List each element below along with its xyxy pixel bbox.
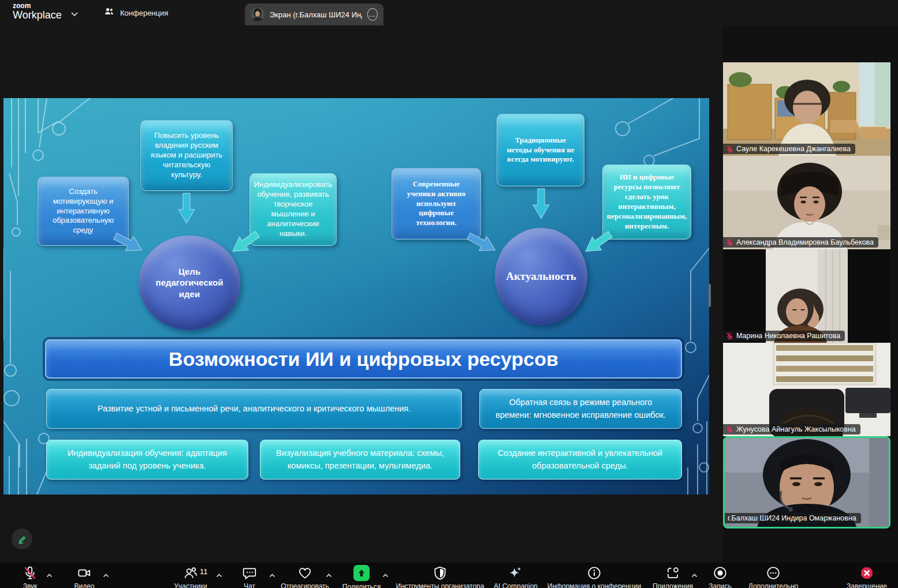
meeting-info-icon <box>587 565 602 580</box>
relevance-box-3-text: ИИ и цифровые ресурсы позволяют сделать … <box>607 173 687 231</box>
relevance-box-2: Традиционные методы обучения не всегда м… <box>497 114 584 186</box>
chat-icon <box>242 565 257 580</box>
video-chevron-icon[interactable] <box>103 571 109 579</box>
arrow-down-icon <box>175 193 198 229</box>
benefit-box: Визуализация учебного материала: схемы, … <box>260 440 460 480</box>
presentation-slide: Создать мотивирующую и интерактивную обр… <box>3 98 709 495</box>
participant-name: Жунусова Айнагуль Жаксылыковна <box>736 425 856 433</box>
tab-avatar <box>251 8 264 21</box>
brand-zoom: zoom <box>13 2 62 10</box>
participant-name: Сауле Карекешевна Джангалиева <box>736 145 851 153</box>
brand-workplace: Workplace <box>13 10 62 21</box>
ai-companion-sparkle-icon <box>508 565 523 580</box>
video-thumbnail <box>723 62 890 156</box>
participant-name: Марина Николаевна Рашитова <box>736 332 840 340</box>
zoom-window: zoom Workplace Конференция <box>0 0 898 588</box>
relevance-box-1: Современные ученики активно используют ц… <box>392 168 481 239</box>
mic-muted-icon <box>726 145 733 153</box>
benefit-box: Обратная связь в режиме реального времен… <box>479 389 682 429</box>
host-tools-label: Инструменты организатора <box>396 582 485 588</box>
participants-count-badge: 11 <box>200 567 208 576</box>
benefit-text: Развитие устной и письменной речи, анали… <box>98 403 411 415</box>
apps-icon <box>665 565 680 580</box>
goal-box-3: Индивидуализировать обучение, развивать … <box>249 173 337 246</box>
tab-conference-label: Конференция <box>120 9 168 17</box>
relevance-circle: Актуальность <box>495 228 587 325</box>
video-tile-4[interactable]: Жунусова Айнагуль Жаксылыковна <box>723 343 890 436</box>
react-label: Отреагировать <box>281 582 329 588</box>
shared-screen-stage: Создать мотивирующую и интерактивную обр… <box>0 25 723 563</box>
goal-circle-text: Цель педагогической идеи <box>152 266 227 300</box>
goal-box-2: Повысить уровень владения русским языком… <box>140 120 233 191</box>
relevance-box-2-text: Традиционные методы обучения не всегда м… <box>504 136 577 165</box>
participant-gallery: Сауле Карекешевна Джангалиева <box>723 62 890 529</box>
benefit-text: Обратная связь в режиме реального времен… <box>490 396 671 421</box>
benefit-box: Развитие устной и письменной речи, анали… <box>46 389 462 429</box>
participants-label: Участники <box>174 582 207 588</box>
react-heart-icon <box>297 565 312 580</box>
host-tools-shield-icon <box>433 565 448 580</box>
annotate-button[interactable] <box>12 529 32 549</box>
meeting-info-label: Информация о конференции <box>547 582 641 588</box>
goal-box-2-text: Повысить уровень владения русским языком… <box>148 131 225 179</box>
benefit-text: Создание интерактивной и увлекательной о… <box>489 447 671 471</box>
meeting-toolbar: Звук Видео Участники 11 <box>0 563 898 588</box>
meeting-info-button[interactable]: Информация о конференции <box>560 565 629 588</box>
benefit-box: Создание интерактивной и увлекательной о… <box>478 440 682 480</box>
video-tile-2[interactable]: Александра Владимировна Баульбекова <box>723 156 890 249</box>
pencil-icon <box>17 534 27 544</box>
participant-name-label: Александра Владимировна Баульбекова <box>723 237 878 248</box>
more-label: Дополнительно <box>748 582 798 588</box>
circuit-pattern-decor <box>3 98 709 495</box>
share-screen-icon <box>353 565 370 581</box>
ai-companion-label: AI Companion <box>494 582 538 588</box>
slide-title-banner: Возможности ИИ и цифровых ресурсов <box>45 339 682 379</box>
tab-conference[interactable]: Конференция <box>95 0 176 25</box>
share-screen-label: Поделиться <box>342 583 381 588</box>
slide-title: Возможности ИИ и цифровых ресурсов <box>169 348 558 370</box>
relevance-circle-text: Актуальность <box>506 269 576 284</box>
goal-box-3-text: Индивидуализировать обучение, развивать … <box>254 180 333 238</box>
people-icon <box>103 6 115 20</box>
participant-name-label: Сауле Карекешевна Джангалиева <box>723 144 855 154</box>
tab-options-ellipsis-icon[interactable]: … <box>367 8 378 21</box>
arrow-down-icon <box>530 188 553 224</box>
leave-meeting-icon <box>859 565 874 580</box>
mic-muted-icon <box>726 239 733 246</box>
video-camera-icon <box>77 565 92 580</box>
workspace-chevron-down-icon[interactable] <box>70 9 79 19</box>
benefit-box: Индивидуализация обучения: адаптация зад… <box>46 440 248 480</box>
zoom-workplace-logo: zoom Workplace <box>13 2 62 20</box>
gallery-scrollbar[interactable] <box>709 284 711 307</box>
tab-screen-share[interactable]: Экран (г.Балхаш ШИ24 Индира ( … <box>245 3 383 25</box>
participant-name-label: г.Балхаш ШИ24 Индира Омаржановна <box>725 513 861 523</box>
leave-meeting-label: Завершение <box>847 582 887 588</box>
video-thumbnail <box>723 156 890 249</box>
tab-screen-share-label: Экран (г.Балхаш ШИ24 Индира ( <box>270 10 362 19</box>
mic-muted-icon <box>726 426 733 433</box>
video-label: Видео <box>74 582 94 588</box>
video-tile-3[interactable]: Марина Николаевна Рашитова <box>723 249 890 343</box>
participant-name: Александра Владимировна Баульбекова <box>736 238 874 246</box>
goal-box-1-text: Создать мотивирующую и интерактивную обр… <box>45 187 121 235</box>
leave-meeting-button[interactable]: Завершение <box>832 565 898 588</box>
goal-circle: Цель педагогической идеи <box>139 235 240 330</box>
mic-muted-icon <box>726 332 733 340</box>
participant-name-label: Жунусова Айнагуль Жаксылыковна <box>723 424 860 435</box>
participant-name: г.Балхаш ШИ24 Индира Омаржановна <box>728 514 856 522</box>
chat-label: Чат <box>244 582 255 588</box>
share-chevron-icon[interactable] <box>382 571 389 579</box>
mic-muted-icon <box>23 565 38 580</box>
relevance-box-3: ИИ и цифровые ресурсы позволяют сделать … <box>602 164 691 239</box>
video-tile-5-active-speaker[interactable]: г.Балхаш ШИ24 Индира Омаржановна <box>723 436 890 529</box>
audio-label: Звук <box>23 582 38 588</box>
ai-companion-button[interactable]: AI Companion <box>481 565 550 588</box>
more-button[interactable]: Дополнительно <box>739 565 808 588</box>
tab-bar: zoom Workplace Конференция <box>0 0 898 25</box>
video-thumbnail <box>723 249 890 343</box>
record-label: Запись <box>709 582 731 588</box>
participant-name-label: Марина Николаевна Рашитова <box>723 331 845 341</box>
video-tile-1[interactable]: Сауле Карекешевна Джангалиева <box>723 62 890 156</box>
benefit-text: Индивидуализация обучения: адаптация зад… <box>57 447 237 471</box>
host-tools-button[interactable]: Инструменты организатора <box>405 565 475 588</box>
